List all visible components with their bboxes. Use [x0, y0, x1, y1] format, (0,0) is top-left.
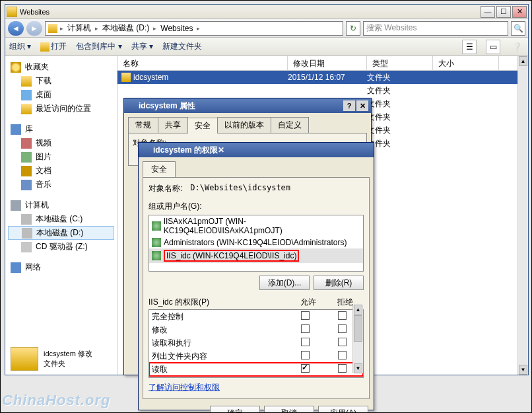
nav-videos[interactable]: 视频 — [8, 136, 114, 150]
tab-general[interactable]: 常规 — [128, 117, 158, 133]
scroll-down[interactable]: ▼ — [519, 365, 527, 375]
disk-icon — [21, 214, 32, 225]
group-label: 组或用户名(G): — [149, 201, 364, 212]
col-size[interactable]: 大小 — [433, 56, 499, 70]
breadcrumb[interactable]: 计算机 — [66, 22, 92, 34]
deny-checkbox[interactable] — [338, 338, 347, 346]
folder-icon — [121, 73, 131, 82]
user-item[interactable]: IISAxKA1pmOJT (WIN-KC19Q4LEIOD\IISAxKA1p… — [149, 215, 363, 237]
allow-checkbox[interactable] — [301, 351, 310, 359]
allow-checkbox[interactable] — [301, 364, 310, 373]
forward-button[interactable]: ► — [26, 21, 42, 36]
nav-music[interactable]: 音乐 — [8, 178, 114, 192]
help-icon[interactable]: ❔ — [510, 40, 524, 54]
tab-previous[interactable]: 以前的版本 — [217, 117, 271, 133]
nav-recent[interactable]: 最近访问的位置 — [8, 102, 114, 116]
tab-custom[interactable]: 自定义 — [271, 117, 309, 133]
minimize-button[interactable]: — — [481, 6, 495, 18]
status-name: idcsystem 修改 — [44, 349, 92, 359]
search-input[interactable]: 搜索 Websites — [363, 21, 508, 36]
allow-checkbox[interactable] — [301, 338, 310, 346]
tab-security[interactable]: 安全 — [143, 161, 176, 177]
deny-checkbox[interactable] — [338, 324, 347, 333]
nav-favorites[interactable]: 收藏夹 — [8, 60, 114, 74]
remove-button[interactable]: 删除(R) — [314, 276, 364, 290]
nav-disk-d[interactable]: 本地磁盘 (D:) — [8, 226, 114, 240]
window-title: Websites — [20, 8, 481, 16]
tab-strip: 常规 共享 安全 以前的版本 自定义 — [124, 113, 371, 133]
nav-disk-c[interactable]: 本地磁盘 (C:) — [8, 212, 114, 226]
list-item[interactable]: 文件夹 — [117, 84, 528, 97]
scroll-up[interactable]: ▲ — [519, 56, 527, 66]
dialog-titlebar: idcsystem 的权限 ✕ — [139, 143, 374, 157]
allow-checkbox[interactable] — [301, 311, 310, 320]
scroll-thumb[interactable] — [354, 315, 362, 342]
perm-header: IIS_idc 的权限(P) — [149, 297, 209, 308]
status-type: 文件夹 — [44, 359, 92, 369]
scroll-up[interactable]: ▲ — [354, 305, 362, 315]
nav-cd-z[interactable]: CD 驱动器 (Z:) — [8, 240, 114, 254]
newfolder-button[interactable]: 新建文件夹 — [162, 41, 202, 52]
user-item[interactable]: Administrators (WIN-KC19Q4LEIOD\Administ… — [149, 237, 363, 248]
ok-button[interactable]: 确定 — [210, 406, 260, 413]
cancel-button[interactable]: 取消 — [264, 406, 314, 413]
nav-pane: 收藏夹 下载 桌面 最近访问的位置 库 视频 图片 文档 音乐 计算机 本地磁盘… — [5, 56, 117, 375]
address-bar: ◄ ► ▸ 计算机 ▸ 本地磁盘 (D:) ▸ Websites ▸ ↻ 搜索 … — [5, 19, 528, 38]
column-header: 名称 修改日期 类型 大小 — [117, 56, 528, 71]
col-type[interactable]: 类型 — [367, 56, 433, 70]
nav-pictures[interactable]: 图片 — [8, 150, 114, 164]
user-list[interactable]: IISAxKA1pmOJT (WIN-KC19Q4LEIOD\IISAxKA1p… — [149, 215, 364, 272]
maximize-button[interactable]: ☐ — [496, 6, 511, 18]
scrollbar[interactable]: ▲ ▼ — [517, 56, 528, 375]
preview-pane-icon[interactable]: ▭ — [486, 40, 500, 54]
scroll-down[interactable]: ▼ — [354, 363, 362, 373]
col-name[interactable]: 名称 — [117, 56, 288, 70]
breadcrumb[interactable]: Websites — [159, 24, 194, 33]
add-button[interactable]: 添加(D)... — [259, 276, 310, 290]
view-icon[interactable]: ☰ — [462, 40, 477, 54]
help-button[interactable]: ? — [343, 100, 355, 111]
tab-share[interactable]: 共享 — [158, 117, 188, 133]
deny-checkbox[interactable] — [338, 351, 347, 359]
nav-downloads[interactable]: 下载 — [8, 74, 114, 88]
learn-link[interactable]: 了解访问控制和权限 — [149, 383, 220, 392]
apply-button[interactable]: 应用(A) — [318, 406, 368, 413]
close-button[interactable]: ✕ — [512, 6, 527, 18]
nav-computer[interactable]: 计算机 — [8, 198, 114, 212]
user-item[interactable]: IIS_idc (WIN-KC19Q4LEIOD\IIS_idc) — [149, 248, 363, 263]
perm-row: 读取和执行 — [149, 336, 363, 350]
breadcrumb[interactable]: 本地磁盘 (D:) — [101, 22, 150, 34]
watermark: ChinaHost.org — [2, 392, 111, 409]
folder-icon — [7, 7, 17, 17]
nav-desktop[interactable]: 桌面 — [8, 88, 114, 102]
nav-documents[interactable]: 文档 — [8, 164, 114, 178]
dialog-title: idcsystem 属性 — [139, 100, 195, 112]
tab-security[interactable]: 安全 — [187, 118, 218, 133]
computer-icon — [11, 200, 21, 211]
organize-menu[interactable]: 组织 ▾ — [9, 41, 31, 52]
address-field[interactable]: ▸ 计算机 ▸ 本地磁盘 (D:) ▸ Websites ▸ — [45, 21, 343, 36]
share-menu[interactable]: 共享 ▾ — [131, 41, 153, 52]
search-icon[interactable]: 🔍 — [511, 21, 525, 36]
close-button[interactable]: ✕ — [356, 100, 368, 111]
nav-network[interactable]: 网络 — [8, 260, 114, 274]
list-item[interactable]: idcsystem 2015/1/12 16:07 文件夹 — [117, 71, 528, 84]
back-button[interactable]: ◄ — [8, 21, 24, 36]
close-button[interactable]: ✕ — [218, 145, 224, 155]
tab-body: 对象名称: D:\Websites\idcsystem 组或用户名(G): II… — [143, 177, 370, 399]
user-icon — [152, 221, 161, 231]
open-button[interactable]: 打开 — [40, 41, 67, 52]
scrollbar[interactable]: ▲ ▼ — [352, 305, 363, 373]
deny-checkbox[interactable] — [338, 311, 347, 320]
deny-checkbox[interactable] — [338, 364, 347, 373]
folder-icon — [127, 101, 136, 110]
desktop-icon — [21, 90, 32, 100]
titlebar: Websites — ☐ ✕ — [5, 5, 528, 19]
nav-libraries[interactable]: 库 — [8, 122, 114, 136]
include-menu[interactable]: 包含到库中 ▾ — [76, 41, 121, 52]
user-icon — [152, 251, 161, 260]
col-modified[interactable]: 修改日期 — [288, 56, 367, 70]
folder-icon — [141, 145, 150, 155]
allow-checkbox[interactable] — [301, 324, 310, 333]
refresh-button[interactable]: ↻ — [346, 21, 360, 36]
